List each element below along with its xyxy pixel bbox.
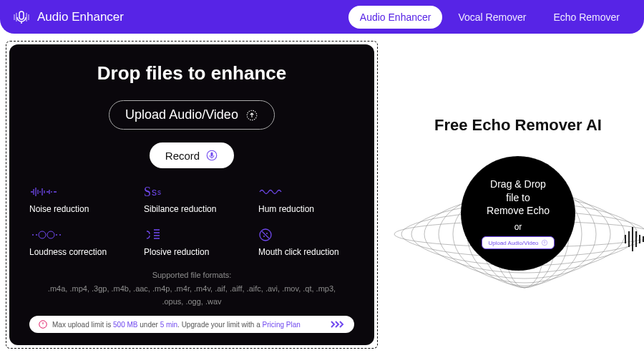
svg-point-5	[36, 234, 37, 236]
drop-zone[interactable]: Drop files to enhance Upload Audio/Video…	[6, 41, 378, 349]
upload-icon	[245, 109, 258, 122]
loudness-icon	[29, 227, 125, 243]
feature-sibilance-reduction: Sss Sibilance reduction	[144, 184, 240, 214]
svg-point-6	[39, 231, 46, 238]
audio-bars-icon	[625, 227, 644, 251]
brand: Audio Enhancer	[13, 9, 124, 26]
svg-point-11	[263, 236, 265, 237]
drop-heading: Drop files to enhance	[97, 62, 286, 84]
echo-upload-button[interactable]: Upload Audio/Video	[482, 236, 554, 249]
brand-name: Audio Enhancer	[37, 10, 124, 24]
or-divider: or	[514, 222, 522, 232]
info-icon	[38, 319, 48, 329]
top-nav: Audio Enhancer Audio Enhancer Vocal Remo…	[0, 0, 644, 34]
pricing-plan-link[interactable]: Pricing Plan	[262, 321, 300, 329]
upload-audio-video-button[interactable]: Upload Audio/Video	[109, 100, 275, 130]
mouth-click-icon	[258, 227, 354, 243]
feature-noise-reduction: Noise reduction	[29, 184, 125, 214]
feature-loudness-correction: Loudness correction	[29, 227, 125, 257]
waveform-icon	[29, 184, 125, 200]
feature-mouth-click-reduction: Mouth click reduction	[258, 227, 354, 257]
svg-point-9	[59, 234, 61, 236]
svg-point-12	[266, 233, 268, 234]
svg-point-8	[56, 234, 57, 236]
svg-point-7	[47, 231, 54, 238]
features-grid: Noise reduction Sss Sibilance reduction …	[29, 184, 354, 257]
upload-limit-bar: Max upload limit is 500 MB under 5 min. …	[29, 316, 354, 333]
sibilance-icon: Sss	[144, 184, 240, 200]
plosive-icon	[144, 227, 240, 243]
feature-plosive-reduction: Plosive reduction	[144, 227, 240, 257]
brand-logo-icon	[13, 9, 30, 26]
supported-formats: Supported file formats: .m4a, .mp4, .3gp…	[42, 268, 342, 309]
tab-audio-enhancer[interactable]: Audio Enhancer	[348, 6, 443, 29]
drop-instruction: Drag & Drop file to Remove Echo	[487, 178, 550, 218]
enhancer-panel: Drop files to enhance Upload Audio/Video…	[9, 44, 374, 345]
svg-point-4	[32, 234, 34, 236]
svg-rect-0	[19, 11, 24, 19]
microphone-icon	[205, 149, 218, 162]
nav-tabs: Audio Enhancer Vocal Remover Echo Remove…	[348, 6, 631, 29]
echo-drop-zone[interactable]: Drag & Drop file to Remove Echo or Uploa…	[461, 156, 575, 271]
limit-text: Max upload limit is 500 MB under 5 min. …	[52, 321, 301, 329]
echo-remover-section: Free Echo Remover AI Drag & Drop file to…	[392, 41, 644, 349]
tab-echo-remover[interactable]: Echo Remover	[542, 6, 631, 29]
chevrons-right-icon	[330, 320, 346, 329]
hum-wave-icon	[258, 184, 354, 200]
tab-vocal-remover[interactable]: Vocal Remover	[447, 6, 537, 29]
record-button[interactable]: Record	[150, 142, 234, 168]
echo-remover-title: Free Echo Remover AI	[434, 116, 602, 135]
upload-icon	[541, 239, 548, 246]
feature-hum-reduction: Hum reduction	[258, 184, 354, 214]
svg-rect-3	[211, 153, 213, 157]
